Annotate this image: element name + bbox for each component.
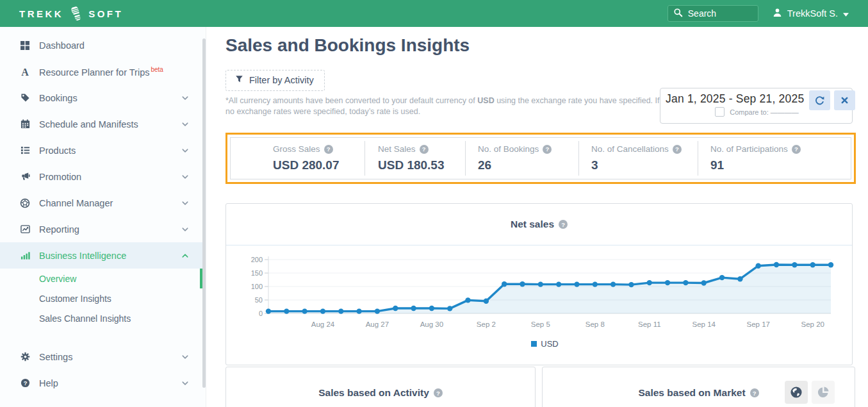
sidebar-item-label: Dashboard [39, 40, 85, 51]
compare-label: Compare to: ———— [730, 108, 799, 116]
panel-title: Sales based on Market [638, 387, 745, 399]
date-range-text[interactable]: Jan 1, 2025 - Sep 21, 2025 [666, 92, 804, 106]
stat-participations: No. of Participations? 91 [698, 141, 851, 176]
net-sales-card: Net sales ? 050100150200Aug 24Aug 27Aug … [225, 203, 853, 365]
sidebar-item-bookings[interactable]: Bookings [0, 85, 206, 111]
sidebar-item-help[interactable]: ? Help [0, 370, 206, 396]
net-sales-chart: 050100150200Aug 24Aug 27Aug 30Sep 2Sep 5… [238, 252, 840, 335]
svg-text:Sep 20: Sep 20 [801, 320, 824, 328]
bar-chart-icon [19, 251, 31, 260]
trekksoft-logo[interactable]: TREKK SOFT [19, 6, 123, 22]
top-navbar: TREKK SOFT [0, 0, 868, 27]
sidebar-item-label: Schedule and Manifests [39, 119, 138, 129]
svg-text:Sep 5: Sep 5 [531, 320, 550, 328]
stat-value: 3 [591, 158, 698, 172]
svg-text:0: 0 [259, 310, 263, 317]
sidebar-item-dashboard[interactable]: Dashboard [0, 32, 206, 58]
help-icon[interactable]: ? [420, 145, 429, 154]
stat-value: 26 [478, 158, 578, 172]
chevron-down-icon [181, 379, 189, 387]
sidebar-item-label: Help [39, 378, 58, 388]
stat-bookings: No. of Bookings? 26 [465, 141, 578, 176]
sidebar-item-promotion[interactable]: Promotion [0, 163, 206, 190]
svg-text:Sep 11: Sep 11 [638, 320, 661, 328]
help-icon[interactable]: ? [673, 145, 682, 154]
sidebar-item-channel-manager[interactable]: Channel Manager [0, 190, 206, 216]
sidebar-item-label: Resource Planner for Tripsbeta [39, 66, 163, 78]
sidebar-item-reporting[interactable]: Reporting [0, 216, 206, 242]
svg-text:A: A [21, 67, 29, 77]
global-search[interactable] [667, 5, 758, 22]
chevron-up-icon [181, 252, 189, 260]
close-button[interactable] [834, 90, 855, 110]
sidebar-subitem-label: Customer Insights [39, 294, 111, 304]
help-icon[interactable]: ? [750, 388, 759, 397]
svg-text:50: 50 [255, 296, 263, 304]
date-range-picker[interactable]: Jan 1, 2025 - Sep 21, 2025 Compare to: —… [660, 88, 853, 124]
sidebar-item-label: Reporting [39, 224, 79, 235]
nav-group-separator [0, 328, 206, 344]
sidebar-subitem-label: Sales Channel Insights [39, 313, 131, 324]
help-icon[interactable]: ? [792, 145, 801, 154]
legend-swatch-usd [531, 341, 537, 347]
sidebar-item-label: Settings [39, 352, 72, 362]
help-icon[interactable]: ? [324, 145, 333, 154]
page-title: Sales and Bookings Insights [225, 35, 868, 56]
sidebar-item-schedule-manifests[interactable]: Schedule and Manifests [0, 111, 206, 137]
stat-value: USD 180.53 [378, 158, 465, 172]
megaphone-icon [19, 172, 31, 181]
compare-checkbox[interactable] [715, 107, 725, 117]
bottom-panels: Sales based on Activity ? Sales based on… [225, 367, 855, 407]
svg-text:Sep 14: Sep 14 [692, 320, 716, 328]
svg-text:150: 150 [251, 269, 263, 277]
stats-highlight-box: Gross Sales? USD 280.07 Net Sales? USD 1… [225, 133, 856, 184]
map-view-toggle-button[interactable] [785, 381, 808, 404]
help-icon[interactable]: ? [543, 145, 552, 154]
brand-text-trekk: TREKK [19, 8, 63, 19]
sidebar-item-label: Bookings [39, 93, 78, 103]
stat-net-sales: Net Sales? USD 180.53 [364, 141, 465, 176]
chart-legend[interactable]: USD [238, 339, 852, 349]
sidebar-scrollbar[interactable] [202, 38, 206, 388]
sidebar-item-settings[interactable]: Settings [0, 344, 206, 370]
filter-by-activity-button[interactable]: Filter by Activity [225, 70, 325, 91]
svg-text:Sep 2: Sep 2 [477, 320, 496, 328]
funnel-icon [235, 75, 243, 85]
boot-print-icon [69, 6, 83, 22]
svg-text:Sep 17: Sep 17 [746, 320, 769, 328]
sidebar-item-business-intelligence[interactable]: Business Intelligence [0, 242, 206, 269]
beta-badge: beta [151, 66, 163, 73]
chevron-down-icon [181, 199, 189, 207]
panel-title: Sales based on Activity [318, 387, 429, 399]
pie-view-toggle-button[interactable] [812, 381, 835, 404]
svg-text:?: ? [23, 380, 27, 386]
help-icon[interactable]: ? [559, 220, 568, 229]
stat-gross-sales: Gross Sales? USD 280.07 [231, 141, 364, 176]
main-content: Sales and Bookings Insights Filter by Ac… [206, 27, 868, 407]
sidebar-item-products[interactable]: Products [0, 137, 206, 163]
refresh-button[interactable] [809, 90, 830, 110]
sidebar-item-resource-planner[interactable]: A Resource Planner for Tripsbeta [0, 58, 206, 85]
calendar-icon [19, 119, 31, 129]
line-chart-icon [19, 224, 31, 234]
sidebar-subitem-customer-insights[interactable]: Customer Insights [0, 288, 206, 308]
search-input[interactable] [688, 8, 752, 19]
sidebar-item-label: Promotion [39, 172, 81, 182]
question-circle-icon: ? [19, 378, 31, 388]
svg-text:Aug 30: Aug 30 [420, 320, 443, 328]
chevron-down-icon [181, 173, 189, 181]
user-name: TrekkSoft S. [787, 8, 838, 19]
sidebar-item-label: Business Intelligence [39, 251, 126, 261]
sidebar-subitem-sales-channel-insights[interactable]: Sales Channel Insights [0, 308, 206, 328]
chevron-down-icon [181, 120, 189, 128]
sidebar-item-label: Channel Manager [39, 198, 113, 208]
caret-down-icon [843, 8, 849, 19]
sidebar-subitem-overview[interactable]: Overview [0, 269, 206, 288]
sidebar: Dashboard A Resource Planner for Tripsbe… [0, 27, 206, 407]
currency-disclaimer: *All currency amounts have been converte… [225, 96, 661, 117]
chevron-down-icon [181, 94, 189, 102]
help-icon[interactable]: ? [434, 388, 443, 397]
network-globe-icon [19, 198, 31, 208]
user-menu[interactable]: TrekkSoft S. [773, 8, 849, 19]
stat-value: USD 280.07 [273, 158, 364, 172]
